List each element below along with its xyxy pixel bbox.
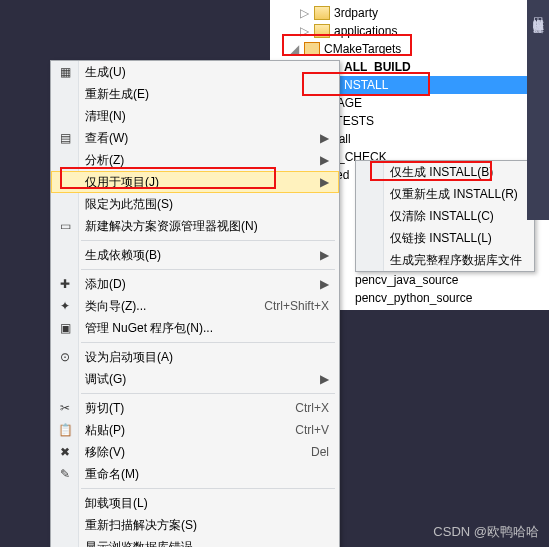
menu-item-label: 移除(V)	[85, 444, 291, 461]
menu-item[interactable]: 卸载项目(L)	[51, 492, 339, 514]
menu-item-label: 管理 NuGet 程序包(N)...	[85, 320, 329, 337]
menu-separator	[81, 240, 335, 241]
menu-item-label: 仅用于项目(J)	[85, 174, 304, 191]
menu-item[interactable]: 📋粘贴(P)Ctrl+V	[51, 419, 339, 441]
submenu-item-label: 仅生成 INSTALL(B)	[390, 164, 524, 181]
tree-item-label: applications	[334, 24, 397, 38]
menu-item-label: 新建解决方案资源管理器视图(N)	[85, 218, 329, 235]
menu-item-label: 分析(Z)	[85, 152, 304, 169]
add-icon: ✚	[57, 276, 73, 292]
folder-icon	[314, 6, 330, 20]
tree-item-label: pencv_python_source	[355, 289, 472, 307]
tab-vertical[interactable]: 田 嘏鑑曝檻	[531, 8, 546, 11]
tree-item[interactable]: ◢CMakeTargets	[270, 40, 549, 58]
view-icon: ▤	[57, 130, 73, 146]
submenu-item[interactable]: 生成完整程序数据库文件	[356, 249, 534, 271]
menu-item[interactable]: ▭新建解决方案资源管理器视图(N)	[51, 215, 339, 237]
submenu-item[interactable]: 仅清除 INSTALL(C)	[356, 205, 534, 227]
menu-item-label: 限定为此范围(S)	[85, 196, 329, 213]
menu-item[interactable]: ✂剪切(T)Ctrl+X	[51, 397, 339, 419]
expand-arrow-icon[interactable]: ▷	[300, 24, 310, 38]
menu-separator	[81, 269, 335, 270]
menu-item[interactable]: ▦生成(U)	[51, 61, 339, 83]
context-submenu-project-only[interactable]: 仅生成 INSTALL(B)仅重新生成 INSTALL(R)仅清除 INSTAL…	[355, 160, 535, 272]
menu-item[interactable]: 重新生成(E)	[51, 83, 339, 105]
submenu-arrow-icon: ▶	[320, 372, 329, 386]
menu-item-label: 类向导(Z)...	[85, 298, 244, 315]
submenu-item-label: 仅重新生成 INSTALL(R)	[390, 186, 524, 203]
menu-item-label: 设为启动项目(A)	[85, 349, 329, 366]
submenu-arrow-icon: ▶	[320, 131, 329, 145]
menu-item-label: 生成依赖项(B)	[85, 247, 304, 264]
menu-item-label: 重命名(M)	[85, 466, 329, 483]
nuget-icon: ▣	[57, 320, 73, 336]
folder-icon	[314, 24, 330, 38]
tree-item[interactable]: ▷applications	[270, 22, 549, 40]
tree-item-label: pencv_java_source	[355, 271, 472, 289]
menu-item[interactable]: 生成依赖项(B)▶	[51, 244, 339, 266]
menu-separator	[81, 342, 335, 343]
tree-item-label: NSTALL	[344, 78, 388, 92]
menu-item[interactable]: ▤查看(W)▶	[51, 127, 339, 149]
tree-below: pencv_java_sourcepencv_python_source	[355, 271, 472, 307]
submenu-item-label: 仅链接 INSTALL(L)	[390, 230, 524, 247]
right-toolwindow-tabs[interactable]: 田 嘏鑑曝檻 齧趾	[527, 0, 549, 220]
tree-item-label: 3rdparty	[334, 6, 378, 20]
menu-item-label: 卸载项目(L)	[85, 495, 329, 512]
submenu-arrow-icon: ▶	[320, 153, 329, 167]
submenu-arrow-icon: ▶	[320, 277, 329, 291]
menu-item[interactable]: 显示浏览数据库错误	[51, 536, 339, 547]
menu-item[interactable]: ⊙设为启动项目(A)	[51, 346, 339, 368]
submenu-item[interactable]: 仅链接 INSTALL(L)	[356, 227, 534, 249]
menu-item-label: 生成(U)	[85, 64, 329, 81]
tree-item-label: CMakeTargets	[324, 42, 401, 56]
menu-item-label: 重新生成(E)	[85, 86, 329, 103]
menu-shortcut: Ctrl+V	[295, 423, 329, 437]
menu-separator	[81, 488, 335, 489]
paste-icon: 📋	[57, 422, 73, 438]
menu-item-label: 添加(D)	[85, 276, 304, 293]
menu-item[interactable]: ▣管理 NuGet 程序包(N)...	[51, 317, 339, 339]
ren-icon: ✎	[57, 466, 73, 482]
menu-item[interactable]: 限定为此范围(S)	[51, 193, 339, 215]
menu-separator	[81, 393, 335, 394]
menu-shortcut: Ctrl+Shift+X	[264, 299, 329, 313]
menu-item[interactable]: 清理(N)	[51, 105, 339, 127]
expand-arrow-icon[interactable]: ▷	[300, 6, 310, 20]
build-icon: ▦	[57, 64, 73, 80]
menu-item-label: 调试(G)	[85, 371, 304, 388]
menu-item[interactable]: ✚添加(D)▶	[51, 273, 339, 295]
submenu-arrow-icon: ▶	[320, 248, 329, 262]
menu-item-label: 重新扫描解决方案(S)	[85, 517, 329, 534]
submenu-arrow-icon: ▶	[320, 175, 329, 189]
folder-icon	[304, 42, 320, 56]
menu-item[interactable]: ✖移除(V)Del	[51, 441, 339, 463]
menu-item[interactable]: ✎重命名(M)	[51, 463, 339, 485]
menu-item[interactable]: 重新扫描解决方案(S)	[51, 514, 339, 536]
submenu-item-label: 生成完整程序数据库文件	[390, 252, 524, 269]
tree-item[interactable]: ▷3rdparty	[270, 4, 549, 22]
menu-item[interactable]: ✦类向导(Z)...Ctrl+Shift+X	[51, 295, 339, 317]
menu-item[interactable]: 调试(G)▶	[51, 368, 339, 390]
menu-item[interactable]: 分析(Z)▶	[51, 149, 339, 171]
menu-item-label: 粘贴(P)	[85, 422, 275, 439]
menu-item-label: 显示浏览数据库错误	[85, 539, 329, 548]
startup-icon: ⊙	[57, 349, 73, 365]
wiz-icon: ✦	[57, 298, 73, 314]
del-icon: ✖	[57, 444, 73, 460]
watermark: CSDN @欧鸭哈哈	[433, 523, 539, 541]
tree-item-label: ALL_BUILD	[344, 60, 411, 74]
newview-icon: ▭	[57, 218, 73, 234]
menu-item[interactable]: 仅用于项目(J)▶	[51, 171, 339, 193]
menu-item-label: 查看(W)	[85, 130, 304, 147]
menu-item-label: 剪切(T)	[85, 400, 275, 417]
submenu-item-label: 仅清除 INSTALL(C)	[390, 208, 524, 225]
menu-shortcut: Del	[311, 445, 329, 459]
submenu-item[interactable]: 仅生成 INSTALL(B)	[356, 161, 534, 183]
cut-icon: ✂	[57, 400, 73, 416]
expand-arrow-icon[interactable]: ◢	[290, 42, 300, 56]
menu-item-label: 清理(N)	[85, 108, 329, 125]
context-menu-main[interactable]: ▦生成(U)重新生成(E)清理(N)▤查看(W)▶分析(Z)▶仅用于项目(J)▶…	[50, 60, 340, 547]
menu-shortcut: Ctrl+X	[295, 401, 329, 415]
submenu-item[interactable]: 仅重新生成 INSTALL(R)	[356, 183, 534, 205]
